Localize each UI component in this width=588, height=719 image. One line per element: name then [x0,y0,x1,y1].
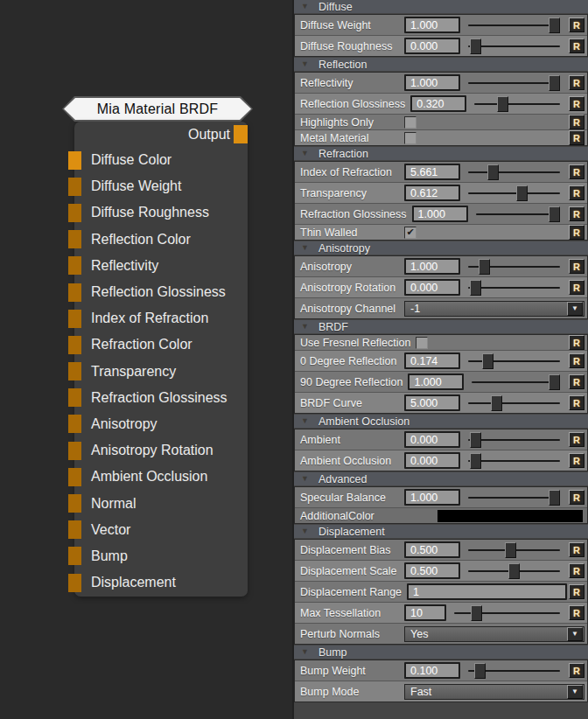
reset-button[interactable]: R [569,663,584,678]
reset-button[interactable]: R [569,374,584,389]
input-connector-reflectivity-icon[interactable] [68,256,81,275]
slider-handle[interactable] [470,453,481,469]
slider-track[interactable] [454,612,560,614]
input-connector-bump-icon[interactable] [68,547,81,565]
slider-track[interactable] [468,192,560,194]
input-connector-anisotropy-rotation-icon[interactable] [68,442,81,460]
node-body[interactable]: Output Diffuse ColorDiffuse WeightDiffus… [74,122,248,597]
value-field-specular-balance[interactable]: 1.000 [404,489,460,506]
reset-button[interactable]: R [569,225,584,240]
output-connector[interactable] [234,125,248,143]
slider-diffuse-weight[interactable] [468,17,560,34]
slider-handle[interactable] [549,75,560,91]
slider-track[interactable] [472,381,560,383]
slider-track[interactable] [468,439,560,441]
reset-button[interactable]: R [569,38,584,53]
input-connector-ambient-occlusion-icon[interactable] [68,468,81,486]
reset-button[interactable]: R [569,542,584,557]
checkbox-thin-walled[interactable]: ✔ [404,227,416,239]
value-field-anisotropy[interactable]: 1.000 [404,258,460,275]
input-connector-reflection-color-icon[interactable] [68,230,81,248]
value-field-diffuse-weight[interactable]: 1.000 [404,17,460,33]
slider-track[interactable] [468,497,560,499]
chevron-down-icon[interactable]: ▼ [567,627,583,641]
reset-button[interactable]: R [569,96,584,111]
reset-button[interactable]: R [569,490,584,505]
slider-specular-balance[interactable] [468,489,560,506]
reset-button[interactable]: R [569,75,584,90]
slider-handle[interactable] [549,17,560,33]
checkbox-use-fresnel-reflection[interactable] [416,337,428,349]
slider-refraction-glossiness[interactable] [476,206,560,223]
value-field-displacement-scale[interactable]: 0.500 [404,562,460,579]
input-connector-displacement-icon[interactable] [68,574,81,592]
slider-reflectivity[interactable] [468,74,560,92]
slider-displacement-bias[interactable] [468,541,560,559]
slider-handle[interactable] [508,563,520,579]
collapse-triangle-icon[interactable]: ▼ [301,60,309,68]
section-header-brdf[interactable]: ▼BRDF [294,320,588,333]
input-connector-reflection-glossiness-icon[interactable] [68,283,81,302]
reset-button[interactable]: R [569,584,584,599]
input-connector-anisotropy-icon[interactable] [68,415,81,433]
slider-track[interactable] [468,45,560,47]
slider-handle[interactable] [505,542,516,558]
value-field-refraction-glossiness[interactable]: 1.000 [412,206,468,222]
section-header-advanced[interactable]: ▼Advanced [294,472,588,485]
color-swatch-additionalcolor[interactable] [438,510,583,522]
slider-track[interactable] [476,213,560,215]
slider-diffuse-roughness[interactable] [468,38,560,55]
slider-ambient-occlusion[interactable] [468,452,560,470]
input-connector-vector-icon[interactable] [68,520,81,539]
collapse-triangle-icon[interactable]: ▼ [301,244,309,252]
value-field-ambient[interactable]: 0.000 [404,431,460,448]
value-field-brdf-curve[interactable]: 5.000 [404,394,460,411]
slider-handle[interactable] [479,259,490,275]
slider-handle[interactable] [549,206,560,222]
value-field-diffuse-roughness[interactable]: 0.000 [404,38,460,54]
slider-handle[interactable] [470,38,481,54]
dropdown-perturb-normals[interactable]: Yes▼ [404,626,584,642]
chevron-down-icon[interactable]: ▼ [567,302,583,316]
slider-track[interactable] [468,287,560,289]
slider-track[interactable] [468,82,560,84]
collapse-triangle-icon[interactable]: ▼ [301,3,309,10]
reset-button[interactable]: R [569,206,584,221]
reset-button[interactable]: R [569,259,584,274]
collapse-triangle-icon[interactable]: ▼ [301,527,309,535]
slider-anisotropy-rotation[interactable] [468,279,560,297]
slider-anisotropy[interactable] [468,258,560,276]
slider-handle[interactable] [470,432,481,448]
value-field-ambient-occlusion[interactable]: 0.000 [404,452,460,469]
collapse-triangle-icon[interactable]: ▼ [301,648,309,656]
reset-button[interactable]: R [569,453,584,468]
node-editor-canvas[interactable]: Mia Material BRDF Output Diffuse ColorDi… [0,0,292,719]
slider-handle[interactable] [491,395,502,411]
value-field-reflectivity[interactable]: 1.000 [404,74,460,91]
dropdown-bump-mode[interactable]: Fast▼ [404,684,584,700]
input-connector-diffuse-color-icon[interactable] [68,151,81,170]
reset-button[interactable]: R [569,280,584,295]
value-field-bump-weight[interactable]: 0.100 [404,662,460,679]
input-connector-diffuse-roughness-icon[interactable] [68,204,81,222]
value-field-transparency[interactable]: 0.612 [404,185,460,201]
checkbox-metal-material[interactable] [404,132,416,144]
input-connector-diffuse-weight-icon[interactable] [68,178,81,196]
value-field-0-degree-reflection[interactable]: 0.174 [404,353,460,369]
reset-button[interactable]: R [569,185,584,200]
reset-button[interactable]: R [569,563,584,578]
slider-max-tessellation[interactable] [454,604,560,622]
value-field-displacement-bias[interactable]: 0.500 [404,541,460,558]
slider-transparency[interactable] [468,185,560,202]
slider-handle[interactable] [549,490,560,506]
slider-track[interactable] [474,103,560,105]
collapse-triangle-icon[interactable]: ▼ [301,417,309,425]
slider-handle[interactable] [474,663,486,679]
node-header[interactable]: Mia Material BRDF [62,96,253,122]
slider-displacement-scale[interactable] [468,562,560,580]
input-connector-refraction-color-icon[interactable] [68,336,81,354]
slider-handle[interactable] [497,96,508,112]
section-header-ambient-occlusion[interactable]: ▼Ambient Occlusion [294,415,588,428]
input-connector-refraction-glossiness-icon[interactable] [68,388,81,407]
slider-track[interactable] [468,402,560,404]
